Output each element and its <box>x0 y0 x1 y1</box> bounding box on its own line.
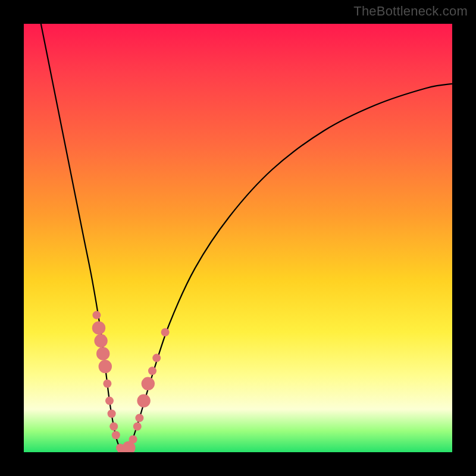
plot-area <box>24 24 452 452</box>
highlight-dot <box>109 422 118 431</box>
curve-svg <box>24 24 452 452</box>
highlight-dot <box>92 321 105 334</box>
highlight-dot <box>108 409 116 418</box>
highlight-dot <box>148 367 156 375</box>
highlight-dot <box>105 397 114 405</box>
highlight-dot <box>99 360 112 373</box>
highlight-dot <box>94 334 107 347</box>
highlight-dot <box>152 354 161 362</box>
highlight-dots-group <box>92 311 170 452</box>
highlight-dot <box>112 431 120 439</box>
highlight-dot <box>103 380 111 388</box>
highlight-dot <box>96 347 109 360</box>
bottleneck-curve-path <box>41 24 452 452</box>
highlight-dot <box>142 377 155 390</box>
highlight-dot <box>135 414 143 422</box>
highlight-dot <box>161 328 170 336</box>
highlight-dot <box>133 422 142 431</box>
highlight-dot <box>92 311 101 320</box>
watermark-text: TheBottleneck.com <box>353 4 468 19</box>
highlight-dot <box>129 435 137 443</box>
chart-stage: TheBottleneck.com <box>0 0 476 476</box>
highlight-dot <box>137 394 150 407</box>
